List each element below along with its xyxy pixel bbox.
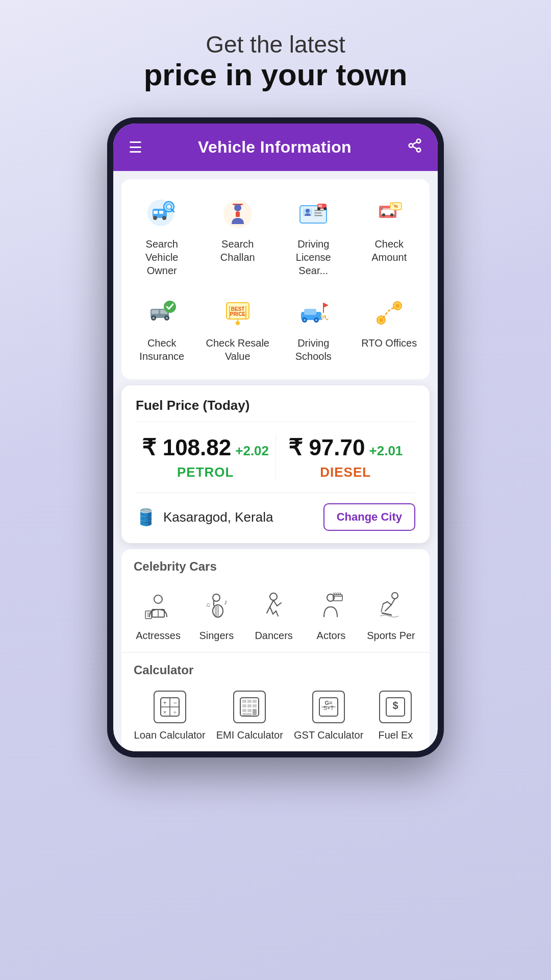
actresses-label: Actresses: [136, 630, 181, 642]
svg-rect-104: [242, 700, 246, 703]
grid-item-check-insurance[interactable]: Check Insurance: [127, 288, 197, 369]
svg-rect-110: [242, 709, 246, 712]
diesel-price: ₹ 97.70: [288, 434, 365, 460]
svg-point-27: [317, 207, 320, 210]
fuel-ex-icon: $: [379, 691, 412, 723]
svg-point-28: [323, 207, 327, 210]
emi-calculator-icon: [233, 691, 266, 723]
calc-item-gst[interactable]: G= S+T GST Calculator: [290, 685, 367, 746]
svg-text:S+T: S+T: [323, 705, 334, 711]
svg-point-55: [236, 321, 240, 325]
check-amount-icon: %: [371, 195, 408, 232]
calculator-section: Calculator + − × ÷ Loan: [121, 653, 430, 751]
svg-rect-113: [242, 713, 252, 716]
svg-text:−: −: [173, 699, 177, 706]
celebrity-section-title: Celebrity Cars: [127, 557, 424, 582]
grid-item-driving-license[interactable]: Driving License Sear...: [278, 189, 349, 283]
petrol-label: PETROL: [177, 464, 234, 480]
celeb-item-actresses[interactable]: Actresses: [132, 582, 185, 647]
svg-rect-43: [152, 310, 159, 314]
app-header: ☰ Vehicle Information: [113, 124, 438, 171]
actresses-icon: [140, 587, 177, 624]
vehicle-grid: Search Vehicle Owner: [127, 189, 424, 369]
svg-line-94: [381, 604, 383, 612]
svg-rect-10: [159, 211, 163, 214]
share-icon[interactable]: [407, 138, 422, 157]
svg-point-41: [390, 213, 393, 216]
fuel-ex-label: Fuel Ex: [379, 729, 413, 741]
grid-item-check-resale[interactable]: BEST PRICE Check Resale Value: [203, 288, 273, 369]
fuel-prices-container: ₹ 108.82 +2.02 PETROL ₹ 97.70 +2.01 DIES…: [136, 422, 415, 493]
petrol-price: ₹ 108.82: [142, 434, 231, 460]
svg-point-7: [153, 216, 157, 220]
phone-screen: ☰ Vehicle Information: [113, 124, 438, 751]
svg-point-46: [153, 317, 155, 320]
svg-rect-111: [247, 709, 252, 712]
svg-line-3: [413, 146, 417, 149]
location-info: 🛢️ Kasaragod, Kerala: [136, 507, 273, 527]
svg-point-62: [315, 319, 317, 321]
svg-rect-58: [304, 309, 316, 315]
svg-text:$: $: [393, 700, 398, 711]
petrol-change: +2.02: [235, 443, 269, 459]
celeb-item-singers[interactable]: ♪ ♫ Singers: [191, 582, 242, 647]
search-vehicle-owner-label: Search Vehicle Owner: [130, 237, 194, 277]
vehicle-grid-section: Search Vehicle Owner: [121, 179, 430, 379]
petrol-price-block: ₹ 108.82 +2.02 PETROL: [136, 434, 276, 480]
grid-item-search-challan[interactable]: Search Challan: [203, 189, 273, 283]
menu-icon[interactable]: ☰: [129, 138, 142, 156]
svg-point-93: [392, 593, 398, 599]
hero-title: price in your town: [144, 58, 408, 92]
svg-text:%: %: [394, 204, 398, 209]
svg-rect-106: [253, 700, 257, 703]
celeb-item-dancers[interactable]: Dancers: [248, 582, 299, 647]
grid-item-check-amount[interactable]: % Check Amount: [354, 189, 425, 283]
celebrity-section: Celebrity Cars: [121, 549, 430, 652]
svg-line-4: [413, 142, 417, 144]
diesel-change: +2.01: [369, 443, 403, 459]
svg-point-78: [213, 605, 223, 617]
search-vehicle-owner-icon: [143, 195, 180, 232]
svg-rect-107: [242, 704, 246, 707]
svg-rect-39: [383, 208, 391, 212]
svg-rect-29: [318, 205, 322, 207]
calc-item-loan[interactable]: + − × ÷ Loan Calculator: [130, 685, 210, 746]
check-resale-label: Check Resale Value: [206, 336, 270, 363]
svg-point-37: [392, 204, 393, 205]
svg-text:♫: ♫: [206, 601, 210, 608]
app-title: Vehicle Information: [198, 138, 352, 157]
calculator-grid: + − × ÷ Loan Calculator: [127, 685, 424, 746]
hero-section: Get the latest price in your town: [123, 0, 428, 107]
svg-point-60: [304, 319, 306, 321]
change-city-button[interactable]: Change City: [323, 503, 415, 531]
celeb-item-actors[interactable]: Actors: [306, 582, 357, 647]
singers-icon: ♪ ♫: [198, 587, 235, 624]
grid-item-driving-schools[interactable]: Driving Schools: [278, 288, 349, 369]
driving-license-icon: [295, 195, 332, 232]
rto-offices-label: RTO Offices: [361, 336, 417, 350]
calc-item-fuel-ex[interactable]: $ Fuel Ex: [370, 685, 421, 746]
celeb-item-sports[interactable]: Sports Per: [363, 582, 419, 647]
grid-item-search-vehicle-owner[interactable]: Search Vehicle Owner: [127, 189, 197, 283]
svg-text:÷: ÷: [173, 709, 177, 715]
driving-license-label: Driving License Sear...: [281, 237, 346, 277]
grid-item-rto-offices[interactable]: RTO Offices: [354, 288, 425, 369]
loan-calculator-icon: + − × ÷: [154, 691, 186, 723]
svg-text:+: +: [163, 699, 166, 706]
svg-rect-9: [154, 211, 158, 214]
fuel-card-title: Fuel Price (Today): [136, 398, 415, 413]
actors-icon: [313, 587, 349, 624]
svg-point-12: [166, 204, 171, 209]
hero-subtitle: Get the latest: [144, 31, 408, 58]
calc-item-emi[interactable]: EMI Calculator: [212, 685, 287, 746]
svg-point-40: [382, 213, 385, 216]
city-name: Kasaragod, Kerala: [163, 509, 273, 525]
svg-rect-18: [236, 212, 240, 217]
fuel-drop-icon: 🛢️: [136, 507, 156, 527]
sports-label: Sports Per: [367, 630, 415, 642]
diesel-label: DIESEL: [320, 464, 371, 480]
svg-rect-105: [247, 700, 252, 703]
svg-rect-112: [253, 709, 257, 715]
emi-calc-label: EMI Calculator: [216, 729, 283, 741]
driving-schools-icon: [295, 295, 332, 331]
